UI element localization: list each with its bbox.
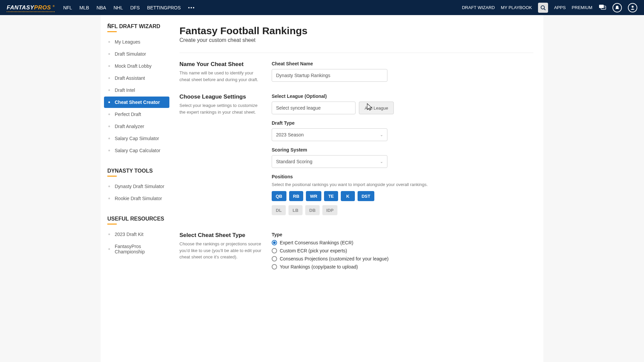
type-label: Type [272,232,483,237]
league-section: Choose League Settings Select your leagu… [179,94,533,221]
brand-part1: FANTASY [7,4,34,11]
radio-icon [272,256,277,261]
brand-part2: PROS [34,4,51,11]
league-heading: Choose League Settings [179,94,262,100]
positions-label: Positions [272,174,483,179]
page-subtitle: Create your custom cheat sheet [179,37,533,43]
page-title: Fantasy Football Rankings [179,25,533,37]
type-section: Select Cheat Sheet Type Choose the ranki… [179,232,533,272]
league-select-placeholder: Select synced league [276,105,321,111]
sidebar-item[interactable]: Dynasty Draft Simulator [104,181,169,192]
position-toggle-qb[interactable]: QB [272,191,286,201]
main-content: Fantasy Football Rankings Create your cu… [173,15,543,362]
position-toggle-wr[interactable]: WR [306,191,321,201]
name-desc: This name will be used to identify your … [179,70,262,83]
add-league-button[interactable]: Add League [359,102,394,114]
svg-point-7 [632,6,634,8]
radio-label: Consensus Projections (customized for yo… [280,256,389,261]
nav-draft-wizard[interactable]: DRAFT WIZARD [462,5,495,10]
sidebar: NFL DRAFT WIZARDMy LeaguesDraft Simulato… [101,15,173,362]
nav-premium[interactable]: PREMIUM [572,5,592,10]
type-radio-option[interactable]: Custom ECR (pick your experts) [272,248,483,253]
account-icon[interactable] [628,3,637,12]
type-radio-option[interactable]: Your Rankings (copy/paste to upload) [272,264,483,269]
brand-logo[interactable]: FANTASYPROS [7,4,55,11]
svg-point-0 [541,6,544,9]
sidebar-group-title: USEFUL RESOURCES [101,214,173,225]
sidebar-item[interactable]: Mock Draft Lobby [104,60,169,72]
svg-point-6 [604,7,605,8]
position-toggle-rb[interactable]: RB [289,191,304,201]
radio-icon [272,264,277,269]
nav-apps[interactable]: APPS [554,5,566,10]
sidebar-item[interactable]: Perfect Draft [104,109,169,120]
type-radio-option[interactable]: Expert Consensus Rankings (ECR) [272,240,483,245]
type-heading: Select Cheat Sheet Type [179,232,262,239]
radio-icon [272,240,277,245]
nav-mlb[interactable]: MLB [79,5,89,10]
top-navbar: FANTASYPROS NFL MLB NBA NHL DFS BETTINGP… [0,0,644,15]
chevron-down-icon: ⌄ [380,133,383,137]
nav-nhl[interactable]: NHL [113,5,123,10]
radio-label: Expert Consensus Rankings (ECR) [280,240,353,245]
type-radio-group: Expert Consensus Rankings (ECR)Custom EC… [272,240,483,269]
svg-point-4 [602,7,603,8]
nav-nba[interactable]: NBA [97,5,106,10]
notifications-icon[interactable] [612,3,622,12]
nav-right: DRAFT WIZARD MY PLAYBOOK APPS PREMIUM [462,3,637,13]
position-toggle-idp[interactable]: IDP [322,205,338,215]
sidebar-item[interactable]: Cheat Sheet Creator [104,97,169,108]
positions-row-2: DLLBDBIDP [272,205,483,215]
name-section: Name Your Cheat Sheet This name will be … [179,61,533,83]
position-toggle-k[interactable]: K [341,191,355,201]
positions-row-1: QBRBWRTEKDST [272,191,483,201]
position-toggle-dl[interactable]: DL [272,205,286,215]
cheat-sheet-name-label: Cheat Sheet Name [272,61,483,66]
select-league-label: Select League (Optional) [272,94,483,99]
radio-label: Custom ECR (pick your experts) [280,248,347,253]
sidebar-item[interactable]: Rookie Draft Simulator [104,193,169,204]
sidebar-item[interactable]: Draft Analyzer [104,121,169,132]
radio-icon [272,248,277,253]
position-toggle-lb[interactable]: LB [288,205,303,215]
sidebar-item[interactable]: 2023 Draft Kit [104,229,169,240]
sidebar-item[interactable]: Draft Assistant [104,72,169,84]
scoring-label: Scoring System [272,147,483,153]
position-toggle-te[interactable]: TE [324,191,338,201]
sidebar-item[interactable]: FantasyPros Championship [104,241,169,257]
league-desc: Select your league settings to customize… [179,102,262,115]
search-button[interactable] [538,3,548,13]
sidebar-item[interactable]: Draft Intel [104,84,169,96]
nav-bettingpros[interactable]: BETTINGPROS [147,5,180,10]
svg-point-5 [603,7,604,8]
sidebar-item[interactable]: My Leagues [104,36,169,48]
radio-label: Your Rankings (copy/paste to upload) [280,264,358,269]
search-icon [540,5,546,10]
draft-type-select[interactable]: 2023 Season ⌄ [272,128,387,141]
name-heading: Name Your Cheat Sheet [179,61,262,68]
page-container: NFL DRAFT WIZARDMy LeaguesDraft Simulato… [101,15,543,362]
type-radio-option[interactable]: Consensus Projections (customized for yo… [272,256,483,261]
league-select[interactable]: Select synced league [272,102,356,114]
sidebar-item[interactable]: Draft Simulator [104,48,169,60]
chat-icon[interactable] [598,4,606,11]
divider [179,53,533,53]
nav-dfs[interactable]: DFS [130,5,140,10]
scoring-select[interactable]: Standard Scoring ⌄ [272,155,387,168]
sidebar-item[interactable]: Salary Cap Calculator [104,145,169,156]
svg-line-1 [544,9,545,10]
nav-more-icon[interactable]: ••• [188,5,195,10]
nav-nfl[interactable]: NFL [63,5,72,10]
nav-my-playbook[interactable]: MY PLAYBOOK [501,5,532,10]
draft-type-label: Draft Type [272,120,483,126]
sidebar-item[interactable]: Salary Cap Simulator [104,133,169,144]
position-toggle-db[interactable]: DB [305,205,320,215]
chevron-down-icon: ⌄ [380,160,383,164]
sidebar-group-title: DYNASTY TOOLS [101,166,173,177]
cheat-sheet-name-input[interactable] [272,69,387,82]
sidebar-group-title: NFL DRAFT WIZARD [101,22,173,32]
position-toggle-dst[interactable]: DST [358,191,374,201]
positions-sublabel: Select the positional rankings you want … [272,182,483,187]
nav-left: NFL MLB NBA NHL DFS BETTINGPROS ••• [63,5,195,10]
draft-type-value: 2023 Season [276,132,304,137]
